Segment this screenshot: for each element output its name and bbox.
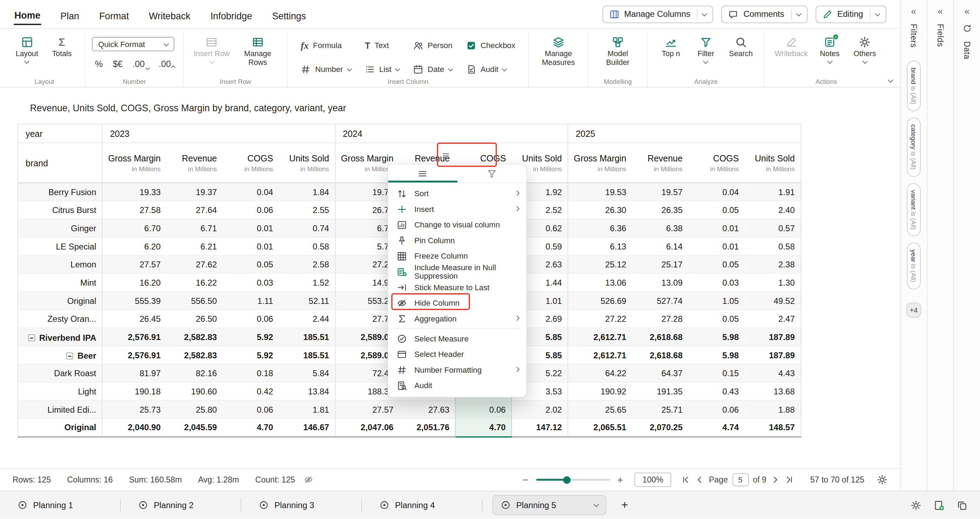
zoom-slider-handle[interactable] [563, 476, 570, 483]
cell[interactable]: 19.33 [102, 183, 166, 201]
sheet-tab-planning-4[interactable]: Planning 4 [372, 500, 472, 510]
year-header-2023[interactable]: 2023 [102, 124, 335, 143]
insert-number-button[interactable]: Number [295, 62, 356, 77]
ctx-pin-column[interactable]: Pin Column [388, 232, 526, 248]
cell[interactable]: 2,065.51 [568, 419, 632, 437]
ctx-change-to-visual-column[interactable]: Change to visual column [388, 217, 526, 232]
cell[interactable]: 6.21 [166, 237, 223, 255]
last-page-button[interactable] [784, 475, 794, 485]
cell[interactable]: 148.57 [745, 419, 801, 437]
duplicate-sheet-icon[interactable] [957, 500, 967, 510]
ctx-select-header[interactable]: Select Header [388, 346, 526, 362]
zoom-level[interactable]: 100% [635, 473, 671, 487]
ctx-tab-filter[interactable] [457, 164, 526, 183]
expand-data-icon[interactable]: « [964, 6, 969, 16]
cell[interactable]: 2,576.91 [102, 346, 166, 364]
cell[interactable]: 16.22 [166, 273, 223, 291]
cell[interactable]: 0.74 [278, 219, 335, 237]
cell[interactable]: 185.51 [278, 328, 335, 346]
cell[interactable]: 2.55 [278, 201, 335, 219]
cell[interactable]: 1.11 [223, 291, 278, 310]
cell[interactable]: 81.97 [102, 364, 166, 382]
ctx-audit[interactable]: Audit [388, 377, 526, 393]
cell[interactable]: 0.05 [688, 255, 744, 274]
row-label-light[interactable]: Light [18, 382, 102, 400]
cell[interactable]: 26.45 [102, 310, 166, 328]
filter-pill-category[interactable]: category is (All) [907, 118, 920, 177]
cell[interactable]: 556.50 [166, 291, 223, 310]
cell[interactable]: 6.20 [102, 237, 166, 255]
cell[interactable]: 2,618.68 [632, 346, 688, 364]
zoom-out-button[interactable]: − [520, 474, 531, 485]
row-label-mint[interactable]: Mint [18, 273, 102, 291]
cell[interactable]: 49.52 [745, 291, 801, 310]
cell[interactable]: 191.35 [632, 382, 688, 400]
cell[interactable]: 2,612.71 [568, 346, 632, 364]
cell[interactable]: 27.57 [335, 400, 399, 419]
top-n-button[interactable]: Top n [654, 33, 688, 59]
row-label-original[interactable]: Original [18, 419, 102, 437]
cell[interactable]: 0.03 [223, 273, 278, 291]
cell[interactable]: 2.58 [278, 255, 335, 274]
row-label-le-special[interactable]: LE Special [18, 237, 102, 255]
row-label-lemon[interactable]: Lemon [18, 255, 102, 274]
zoom-in-button[interactable]: + [615, 474, 625, 485]
cell[interactable]: 555.39 [102, 291, 166, 310]
collapse-icon[interactable] [66, 353, 73, 360]
cell[interactable]: 27.64 [166, 201, 223, 219]
cell[interactable]: 190.92 [568, 382, 632, 400]
cell[interactable]: 5.84 [278, 364, 335, 382]
cell[interactable]: 27.63 [399, 400, 455, 419]
cell[interactable]: 6.13 [568, 237, 632, 255]
ctx-select-measure[interactable]: Select Measure [388, 331, 526, 346]
filters-label[interactable]: Filters [909, 24, 919, 48]
cell[interactable]: 0.05 [688, 201, 744, 219]
menu-settings[interactable]: Settings [272, 4, 307, 24]
insert-person-button[interactable]: Person [408, 38, 458, 54]
refresh-icon[interactable] [963, 24, 972, 33]
filter-pill-year[interactable]: year is (All) [907, 242, 920, 289]
row-label-zesty-oran[interactable]: Zesty Oran... [18, 310, 102, 328]
cell[interactable]: 2,070.25 [632, 419, 688, 437]
chevron-down-icon[interactable] [796, 11, 801, 16]
cell[interactable]: 0.06 [223, 400, 278, 419]
cell[interactable]: 26.35 [632, 201, 688, 219]
header-2025-revenue[interactable]: Revenuein Millions [632, 143, 688, 183]
cell[interactable]: 13.84 [278, 382, 335, 400]
notes-button[interactable]: + Notes [813, 33, 847, 63]
next-page-button[interactable] [771, 475, 780, 485]
chevron-down-icon[interactable] [702, 11, 707, 16]
cell[interactable]: 25.17 [632, 255, 688, 274]
manage-rows-button[interactable]: Manage Rows [235, 33, 281, 67]
menu-plan[interactable]: Plan [60, 4, 80, 24]
cell[interactable]: 0.15 [688, 364, 744, 382]
row-label-ginger[interactable]: Ginger [18, 219, 102, 237]
cell[interactable]: 0.43 [688, 382, 744, 400]
insert-date-button[interactable]: Date [408, 62, 458, 77]
insert-formula-button[interactable]: fxFormula [295, 38, 356, 54]
currency-format-button[interactable]: $€ [111, 57, 124, 70]
ctx-insert[interactable]: Insert [388, 201, 526, 217]
cell[interactable]: 0.06 [223, 201, 278, 219]
sheet-tab-planning-1[interactable]: Planning 1 [10, 500, 110, 510]
cell[interactable]: 13.68 [745, 382, 801, 400]
row-label-riverbend-ipa[interactable]: Riverbend IPA [18, 328, 102, 346]
cell[interactable]: 0.58 [745, 237, 801, 255]
cell[interactable]: 0.01 [223, 237, 278, 255]
cell[interactable]: 4.43 [745, 364, 801, 382]
ctx-aggregation[interactable]: Aggregation [388, 310, 526, 326]
cell[interactable]: 6.71 [166, 219, 223, 237]
menu-writeback[interactable]: Writeback [148, 4, 191, 24]
ctx-include-measure-in-null-suppression[interactable]: Include Measure in Null Suppression [388, 264, 526, 280]
cell[interactable]: 4.70 [455, 419, 512, 437]
cell[interactable]: 1.52 [278, 273, 335, 291]
year-header-2024[interactable]: 2024 [335, 124, 568, 143]
editing-button[interactable]: Editing [815, 5, 886, 23]
chevron-down-icon[interactable] [875, 11, 880, 16]
cell[interactable]: 1.91 [745, 183, 801, 201]
row-label-berry-fusion[interactable]: Berry Fusion [18, 183, 102, 201]
zoom-slider[interactable] [536, 479, 610, 481]
cell[interactable]: 2,051.76 [399, 419, 455, 437]
row-label-beer[interactable]: Beer [18, 346, 102, 364]
cell[interactable]: 25.80 [166, 400, 223, 419]
